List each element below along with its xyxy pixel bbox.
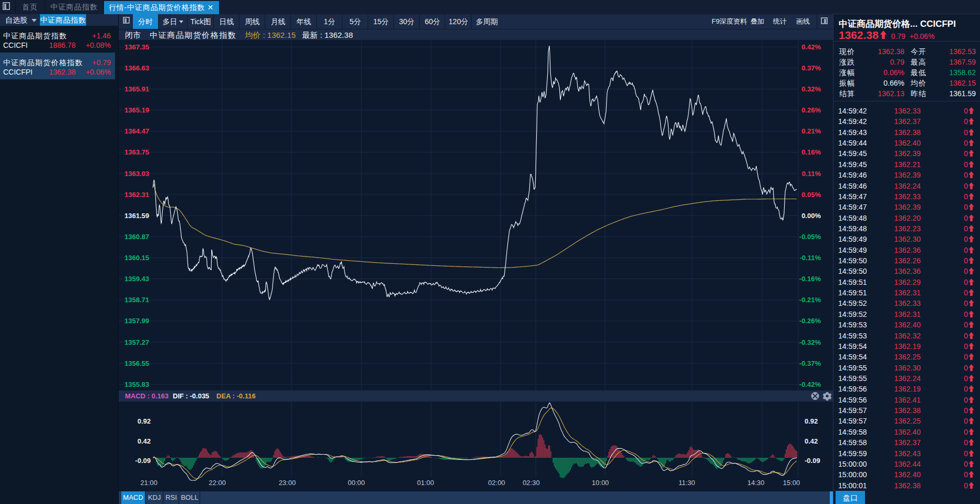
svg-text:-0.26%: -0.26%: [799, 317, 821, 325]
svg-text:-0.21%: -0.21%: [799, 296, 821, 304]
svg-text:-0.32%: -0.32%: [799, 338, 821, 346]
svg-text:10:00: 10:00: [592, 479, 609, 487]
svg-text:1358.71: 1358.71: [124, 296, 149, 304]
svg-text:0.92: 0.92: [805, 417, 818, 425]
svg-text:0.00%: 0.00%: [801, 212, 821, 220]
svg-text:1366.63: 1366.63: [124, 64, 149, 72]
svg-text:1363.03: 1363.03: [124, 170, 149, 178]
svg-text:-0.09: -0.09: [805, 457, 820, 465]
svg-text:-0.11%: -0.11%: [800, 254, 821, 262]
svg-text:1357.27: 1357.27: [124, 338, 149, 346]
svg-text:1360.87: 1360.87: [124, 233, 149, 241]
svg-text:-0.16%: -0.16%: [799, 275, 821, 283]
svg-text:-0.42%: -0.42%: [799, 380, 821, 388]
svg-text:1360.15: 1360.15: [124, 254, 149, 262]
svg-text:MACD : 0.163: MACD : 0.163: [125, 392, 169, 400]
svg-text:0.16%: 0.16%: [801, 148, 821, 156]
svg-text:0.42: 0.42: [805, 437, 818, 445]
svg-text:0.21%: 0.21%: [801, 127, 821, 135]
svg-text:-0.37%: -0.37%: [799, 359, 821, 367]
svg-text:1363.75: 1363.75: [124, 148, 149, 156]
svg-text:1355.83: 1355.83: [124, 380, 149, 388]
svg-text:0.32%: 0.32%: [801, 85, 821, 93]
svg-text:DIF : -0.035: DIF : -0.035: [173, 392, 209, 400]
svg-text:0.05%: 0.05%: [801, 191, 821, 199]
svg-text:23:00: 23:00: [279, 479, 296, 487]
svg-text:-0.05%: -0.05%: [799, 233, 821, 241]
svg-text:DEA : -0.116: DEA : -0.116: [216, 392, 256, 400]
svg-text:22:00: 22:00: [208, 479, 226, 487]
svg-text:0.11%: 0.11%: [802, 170, 821, 178]
svg-text:0.92: 0.92: [138, 417, 151, 425]
svg-text:1365.91: 1365.91: [124, 85, 149, 93]
svg-text:1359.43: 1359.43: [124, 275, 149, 283]
svg-text:0.37%: 0.37%: [801, 64, 821, 72]
svg-text:1364.47: 1364.47: [124, 127, 149, 135]
svg-text:1367.35: 1367.35: [124, 43, 149, 51]
svg-text:1362.31: 1362.31: [124, 191, 149, 199]
svg-text:21:00: 21:00: [140, 479, 158, 487]
svg-text:1361.59: 1361.59: [124, 212, 149, 220]
svg-text:02:30: 02:30: [523, 479, 540, 487]
svg-text:00:00: 00:00: [348, 479, 365, 487]
svg-text:0.42: 0.42: [138, 437, 151, 445]
svg-text:0.42%: 0.42%: [801, 43, 821, 51]
svg-text:1357.99: 1357.99: [124, 317, 149, 325]
svg-text:01:00: 01:00: [417, 479, 434, 487]
svg-text:15:00: 15:00: [783, 479, 800, 487]
svg-text:02:00: 02:00: [488, 479, 505, 487]
svg-text:-0.09: -0.09: [135, 457, 151, 465]
svg-text:14:30: 14:30: [747, 479, 765, 487]
svg-text:11:30: 11:30: [679, 479, 695, 487]
svg-text:0.26%: 0.26%: [801, 106, 821, 114]
svg-text:1365.19: 1365.19: [124, 106, 149, 114]
svg-text:1356.55: 1356.55: [124, 359, 149, 367]
